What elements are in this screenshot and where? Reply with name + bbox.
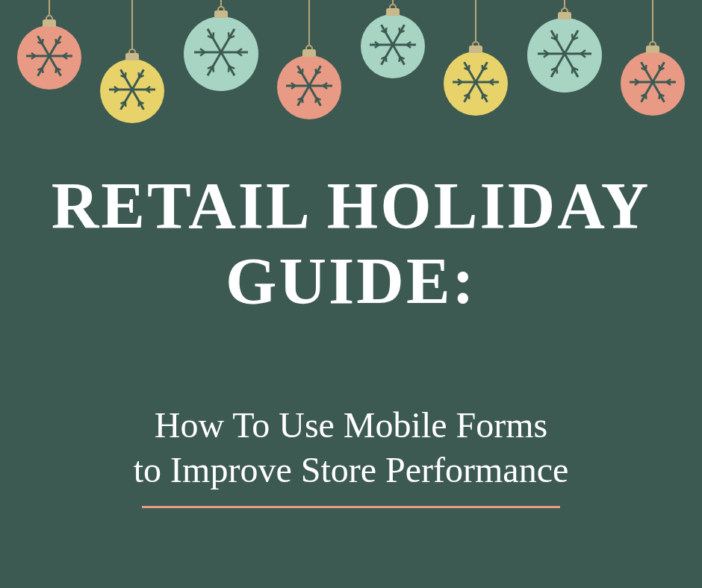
svg-line-6: [37, 56, 49, 76]
svg-line-21: [132, 90, 143, 110]
ornament-cap: [214, 10, 228, 18]
ornament-7: [527, 0, 602, 149]
svg-line-120: [551, 31, 565, 54]
svg-line-53: [229, 32, 229, 38]
svg-line-96: [465, 82, 476, 102]
ornament-cap: [469, 46, 482, 53]
ornament-string: [220, 0, 222, 6]
svg-line-105: [476, 62, 487, 82]
subtitle-line-1: How To Use Mobile Forms: [0, 403, 702, 448]
snowflake-icon: [17, 24, 81, 91]
svg-line-15: [49, 36, 60, 56]
svg-line-33: [132, 69, 143, 90]
svg-line-111: [565, 54, 578, 77]
svg-line-51: [221, 29, 234, 52]
ornament-row: [0, 0, 702, 149]
snowflake-icon: [621, 50, 685, 117]
ornament-cap: [558, 12, 571, 19]
ornament-string: [49, 0, 50, 15]
svg-line-69: [309, 66, 320, 86]
svg-line-62: [302, 98, 303, 103]
svg-line-17: [55, 39, 56, 44]
svg-line-80: [385, 57, 386, 62]
svg-line-84: [381, 25, 392, 45]
snowflake-icon: [361, 13, 425, 80]
svg-line-71: [316, 69, 317, 74]
ornament-4: [277, 0, 341, 149]
snowflake-icon: [277, 54, 341, 121]
svg-line-141: [653, 62, 664, 82]
ornament-1: [17, 0, 81, 149]
ornament-cap: [125, 53, 139, 60]
svg-line-35: [139, 72, 140, 78]
svg-line-123: [565, 31, 578, 54]
ornament-cap: [386, 8, 400, 16]
ornament-ball: [444, 51, 508, 116]
svg-line-60: [298, 86, 309, 106]
svg-line-134: [646, 94, 647, 99]
svg-line-57: [309, 86, 320, 106]
svg-line-114: [551, 54, 565, 77]
ornament-5: [361, 0, 425, 149]
svg-line-42: [208, 52, 221, 75]
svg-line-66: [298, 66, 309, 86]
accent-underline: [142, 506, 560, 508]
ornament-6: [444, 0, 508, 149]
ornament-cap: [302, 49, 316, 57]
svg-line-30: [121, 69, 132, 90]
snowflake-icon: [527, 16, 602, 94]
svg-line-138: [642, 62, 653, 82]
svg-line-12: [37, 36, 49, 56]
snowflake-icon: [184, 15, 258, 93]
snowflake-icon: [100, 57, 164, 125]
subtitle-block: How To Use Mobile Forms to Improve Store…: [0, 403, 702, 508]
svg-line-89: [399, 28, 400, 33]
svg-line-125: [572, 34, 573, 40]
ornament-cap: [646, 46, 659, 53]
svg-line-44: [213, 66, 214, 72]
ornament-string: [652, 0, 653, 41]
svg-line-93: [476, 82, 487, 102]
svg-line-98: [469, 94, 470, 99]
svg-line-26: [125, 101, 126, 107]
ornament-ball: [277, 55, 341, 119]
ornament-ball: [184, 16, 258, 91]
svg-line-78: [381, 45, 392, 65]
svg-line-8: [42, 68, 43, 73]
svg-line-3: [49, 56, 60, 76]
svg-line-132: [642, 82, 653, 102]
svg-line-129: [653, 82, 664, 102]
ornament-3: [184, 0, 258, 149]
svg-line-87: [393, 25, 404, 45]
svg-line-107: [482, 65, 483, 70]
svg-line-48: [208, 29, 221, 52]
ornament-string: [475, 0, 476, 41]
subtitle-line-2: to Improve Store Performance: [0, 448, 702, 492]
svg-line-24: [121, 90, 132, 110]
ornament-string: [564, 0, 565, 7]
ornament-ball: [17, 25, 81, 90]
svg-line-75: [393, 45, 404, 65]
main-title: RETAIL HOLIDAY GUIDE:: [0, 168, 702, 319]
ornament-ball: [100, 59, 164, 123]
svg-line-116: [556, 68, 557, 74]
svg-line-143: [659, 65, 660, 70]
ornament-ball: [621, 51, 685, 116]
ornament-ball: [527, 18, 602, 93]
ornament-8: [621, 0, 685, 149]
ornament-2: [100, 0, 164, 149]
svg-line-102: [465, 62, 476, 82]
ornament-ball: [361, 14, 425, 78]
ornament-string: [308, 0, 310, 45]
snowflake-icon: [444, 50, 508, 117]
ornament-string: [131, 0, 133, 49]
ornament-cap: [43, 19, 56, 27]
svg-line-39: [221, 52, 234, 75]
